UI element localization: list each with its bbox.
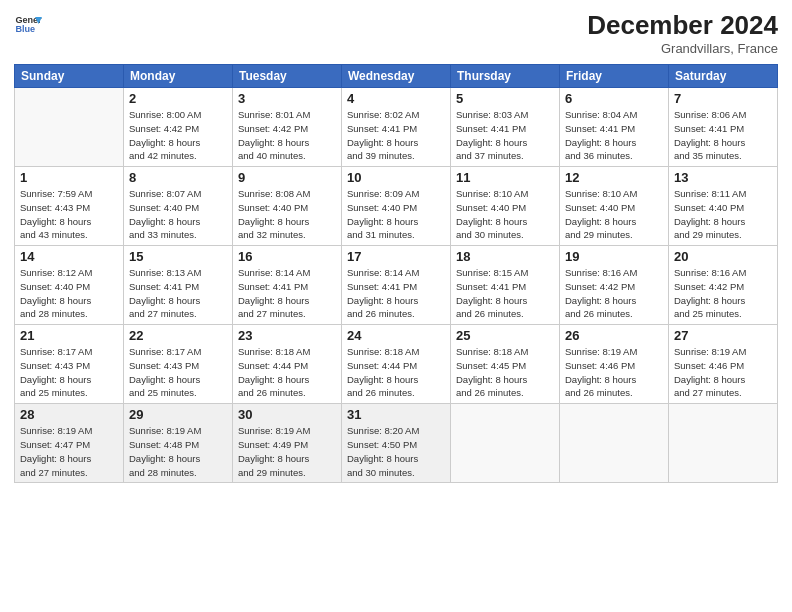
header: General Blue December 2024 Grandvillars,… bbox=[14, 10, 778, 56]
calendar-cell bbox=[669, 404, 778, 483]
calendar-cell: 18Sunrise: 8:15 AMSunset: 4:41 PMDayligh… bbox=[451, 246, 560, 325]
day-number: 17 bbox=[347, 249, 445, 264]
calendar-cell: 8Sunrise: 8:07 AMSunset: 4:40 PMDaylight… bbox=[124, 167, 233, 246]
calendar-cell: 20Sunrise: 8:16 AMSunset: 4:42 PMDayligh… bbox=[669, 246, 778, 325]
day-info: Sunrise: 8:09 AMSunset: 4:40 PMDaylight:… bbox=[347, 188, 419, 240]
calendar-cell: 3Sunrise: 8:01 AMSunset: 4:42 PMDaylight… bbox=[233, 88, 342, 167]
day-number: 15 bbox=[129, 249, 227, 264]
day-number: 10 bbox=[347, 170, 445, 185]
calendar-cell: 1Sunrise: 7:59 AMSunset: 4:43 PMDaylight… bbox=[15, 167, 124, 246]
calendar-cell bbox=[15, 88, 124, 167]
day-number: 11 bbox=[456, 170, 554, 185]
col-header-sunday: Sunday bbox=[15, 65, 124, 88]
calendar-week-0: 2Sunrise: 8:00 AMSunset: 4:42 PMDaylight… bbox=[15, 88, 778, 167]
calendar-cell bbox=[451, 404, 560, 483]
calendar-cell: 21Sunrise: 8:17 AMSunset: 4:43 PMDayligh… bbox=[15, 325, 124, 404]
day-number: 21 bbox=[20, 328, 118, 343]
day-number: 16 bbox=[238, 249, 336, 264]
col-header-saturday: Saturday bbox=[669, 65, 778, 88]
day-info: Sunrise: 8:11 AMSunset: 4:40 PMDaylight:… bbox=[674, 188, 746, 240]
calendar-cell: 13Sunrise: 8:11 AMSunset: 4:40 PMDayligh… bbox=[669, 167, 778, 246]
day-info: Sunrise: 8:10 AMSunset: 4:40 PMDaylight:… bbox=[565, 188, 637, 240]
calendar-cell: 23Sunrise: 8:18 AMSunset: 4:44 PMDayligh… bbox=[233, 325, 342, 404]
calendar-table: SundayMondayTuesdayWednesdayThursdayFrid… bbox=[14, 64, 778, 483]
day-info: Sunrise: 8:12 AMSunset: 4:40 PMDaylight:… bbox=[20, 267, 92, 319]
calendar-cell: 5Sunrise: 8:03 AMSunset: 4:41 PMDaylight… bbox=[451, 88, 560, 167]
day-info: Sunrise: 8:08 AMSunset: 4:40 PMDaylight:… bbox=[238, 188, 310, 240]
day-number: 1 bbox=[20, 170, 118, 185]
calendar-week-3: 21Sunrise: 8:17 AMSunset: 4:43 PMDayligh… bbox=[15, 325, 778, 404]
calendar-cell: 10Sunrise: 8:09 AMSunset: 4:40 PMDayligh… bbox=[342, 167, 451, 246]
day-number: 27 bbox=[674, 328, 772, 343]
day-info: Sunrise: 8:00 AMSunset: 4:42 PMDaylight:… bbox=[129, 109, 201, 161]
calendar-week-2: 14Sunrise: 8:12 AMSunset: 4:40 PMDayligh… bbox=[15, 246, 778, 325]
col-header-tuesday: Tuesday bbox=[233, 65, 342, 88]
day-number: 3 bbox=[238, 91, 336, 106]
col-header-friday: Friday bbox=[560, 65, 669, 88]
day-number: 12 bbox=[565, 170, 663, 185]
calendar-week-4: 28Sunrise: 8:19 AMSunset: 4:47 PMDayligh… bbox=[15, 404, 778, 483]
day-info: Sunrise: 7:59 AMSunset: 4:43 PMDaylight:… bbox=[20, 188, 92, 240]
day-number: 4 bbox=[347, 91, 445, 106]
calendar-cell: 31Sunrise: 8:20 AMSunset: 4:50 PMDayligh… bbox=[342, 404, 451, 483]
calendar-cell: 25Sunrise: 8:18 AMSunset: 4:45 PMDayligh… bbox=[451, 325, 560, 404]
day-info: Sunrise: 8:04 AMSunset: 4:41 PMDaylight:… bbox=[565, 109, 637, 161]
calendar-cell: 29Sunrise: 8:19 AMSunset: 4:48 PMDayligh… bbox=[124, 404, 233, 483]
day-info: Sunrise: 8:17 AMSunset: 4:43 PMDaylight:… bbox=[129, 346, 201, 398]
day-number: 31 bbox=[347, 407, 445, 422]
day-number: 2 bbox=[129, 91, 227, 106]
day-info: Sunrise: 8:07 AMSunset: 4:40 PMDaylight:… bbox=[129, 188, 201, 240]
calendar-cell: 15Sunrise: 8:13 AMSunset: 4:41 PMDayligh… bbox=[124, 246, 233, 325]
day-number: 18 bbox=[456, 249, 554, 264]
day-info: Sunrise: 8:15 AMSunset: 4:41 PMDaylight:… bbox=[456, 267, 528, 319]
calendar-cell: 7Sunrise: 8:06 AMSunset: 4:41 PMDaylight… bbox=[669, 88, 778, 167]
day-info: Sunrise: 8:14 AMSunset: 4:41 PMDaylight:… bbox=[238, 267, 310, 319]
day-number: 20 bbox=[674, 249, 772, 264]
col-header-thursday: Thursday bbox=[451, 65, 560, 88]
day-info: Sunrise: 8:01 AMSunset: 4:42 PMDaylight:… bbox=[238, 109, 310, 161]
location: Grandvillars, France bbox=[587, 41, 778, 56]
calendar-cell: 9Sunrise: 8:08 AMSunset: 4:40 PMDaylight… bbox=[233, 167, 342, 246]
day-info: Sunrise: 8:19 AMSunset: 4:48 PMDaylight:… bbox=[129, 425, 201, 477]
logo-icon: General Blue bbox=[14, 10, 42, 38]
logo: General Blue bbox=[14, 10, 42, 38]
calendar-cell: 30Sunrise: 8:19 AMSunset: 4:49 PMDayligh… bbox=[233, 404, 342, 483]
calendar-cell: 16Sunrise: 8:14 AMSunset: 4:41 PMDayligh… bbox=[233, 246, 342, 325]
day-info: Sunrise: 8:20 AMSunset: 4:50 PMDaylight:… bbox=[347, 425, 419, 477]
day-number: 23 bbox=[238, 328, 336, 343]
calendar-cell: 28Sunrise: 8:19 AMSunset: 4:47 PMDayligh… bbox=[15, 404, 124, 483]
day-info: Sunrise: 8:19 AMSunset: 4:46 PMDaylight:… bbox=[565, 346, 637, 398]
calendar-cell: 24Sunrise: 8:18 AMSunset: 4:44 PMDayligh… bbox=[342, 325, 451, 404]
calendar-cell: 26Sunrise: 8:19 AMSunset: 4:46 PMDayligh… bbox=[560, 325, 669, 404]
day-info: Sunrise: 8:18 AMSunset: 4:45 PMDaylight:… bbox=[456, 346, 528, 398]
day-info: Sunrise: 8:06 AMSunset: 4:41 PMDaylight:… bbox=[674, 109, 746, 161]
day-info: Sunrise: 8:18 AMSunset: 4:44 PMDaylight:… bbox=[238, 346, 310, 398]
day-info: Sunrise: 8:03 AMSunset: 4:41 PMDaylight:… bbox=[456, 109, 528, 161]
day-number: 26 bbox=[565, 328, 663, 343]
day-number: 14 bbox=[20, 249, 118, 264]
day-number: 30 bbox=[238, 407, 336, 422]
month-title: December 2024 bbox=[587, 10, 778, 41]
day-info: Sunrise: 8:13 AMSunset: 4:41 PMDaylight:… bbox=[129, 267, 201, 319]
calendar-cell: 14Sunrise: 8:12 AMSunset: 4:40 PMDayligh… bbox=[15, 246, 124, 325]
day-number: 6 bbox=[565, 91, 663, 106]
calendar-cell: 27Sunrise: 8:19 AMSunset: 4:46 PMDayligh… bbox=[669, 325, 778, 404]
calendar-cell bbox=[560, 404, 669, 483]
day-number: 24 bbox=[347, 328, 445, 343]
day-info: Sunrise: 8:19 AMSunset: 4:49 PMDaylight:… bbox=[238, 425, 310, 477]
calendar-cell: 17Sunrise: 8:14 AMSunset: 4:41 PMDayligh… bbox=[342, 246, 451, 325]
day-number: 25 bbox=[456, 328, 554, 343]
day-info: Sunrise: 8:17 AMSunset: 4:43 PMDaylight:… bbox=[20, 346, 92, 398]
day-info: Sunrise: 8:16 AMSunset: 4:42 PMDaylight:… bbox=[674, 267, 746, 319]
calendar-cell: 4Sunrise: 8:02 AMSunset: 4:41 PMDaylight… bbox=[342, 88, 451, 167]
day-info: Sunrise: 8:19 AMSunset: 4:46 PMDaylight:… bbox=[674, 346, 746, 398]
calendar-cell: 11Sunrise: 8:10 AMSunset: 4:40 PMDayligh… bbox=[451, 167, 560, 246]
day-number: 7 bbox=[674, 91, 772, 106]
day-number: 22 bbox=[129, 328, 227, 343]
day-info: Sunrise: 8:02 AMSunset: 4:41 PMDaylight:… bbox=[347, 109, 419, 161]
calendar-cell: 19Sunrise: 8:16 AMSunset: 4:42 PMDayligh… bbox=[560, 246, 669, 325]
day-info: Sunrise: 8:19 AMSunset: 4:47 PMDaylight:… bbox=[20, 425, 92, 477]
day-number: 29 bbox=[129, 407, 227, 422]
calendar-cell: 6Sunrise: 8:04 AMSunset: 4:41 PMDaylight… bbox=[560, 88, 669, 167]
day-number: 19 bbox=[565, 249, 663, 264]
